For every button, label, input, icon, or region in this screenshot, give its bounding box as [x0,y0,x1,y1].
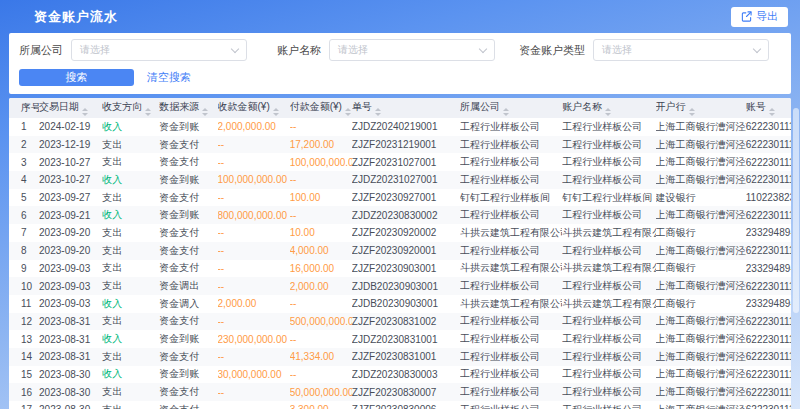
top-bar: 资金账户流水 导出 [0,0,800,33]
table-cell: 2023-08-31 [39,313,102,331]
column-header[interactable]: 单号 [352,98,460,118]
table-cell: 622230111 [746,330,791,348]
table-cell: 3 [9,153,39,171]
table-row: 32023-10-27支出资金支付--100,000,000.00ZJZF202… [9,153,791,171]
table-row: 122023-08-31支出资金支付--500,000,000.00ZJZF20… [9,313,791,331]
search-button[interactable]: 搜索 [19,69,134,86]
clear-search-link[interactable]: 清空搜索 [147,70,191,85]
table-cell: 斗拱云建筑工程有限公司 [460,224,562,242]
table-cell: 2023-09-03 [39,295,102,313]
table-cell: 工程行业样板公司 [460,118,562,136]
table-cell: 622230111 [746,277,791,295]
column-header-label: 收支方向 [102,101,142,112]
table-cell: 收入 [102,206,159,224]
column-header[interactable]: 开户行 [656,98,746,118]
sort-icon[interactable] [345,108,351,116]
table-cell: 工程行业样板公司 [460,136,562,154]
table-cell: 工程行业样板公司 [460,313,562,331]
sort-icon[interactable] [605,108,611,116]
table-cell: 622230111 [746,171,791,189]
table-cell: 50,000,000.00 [290,383,352,401]
table-scrollbar[interactable] [793,108,799,313]
table-cell: 建设银行 [656,189,746,207]
table-cell: 工程行业样板公司 [562,118,655,136]
table-cell: 上海工商银行漕河泾支行 [656,136,746,154]
table-cell: 支出 [102,348,159,366]
table-cell: 14 [9,348,39,366]
table-cell: 622230111 [746,136,791,154]
table-row: 152023-08-30收入资金到账30,000,000.00--ZJDZ202… [9,366,791,384]
table-cell: -- [218,153,290,171]
filter-select-2[interactable]: 请选择 [593,39,769,61]
table-cell: 800,000,000.00 [218,206,290,224]
flow-table: 序号交易日期收支方向数据来源收款金额(¥)付款金额(¥)单号所属公司账户名称开户… [9,98,791,409]
filter-fields: 所属公司请选择账户名称请选择资金账户类型请选择 [19,39,799,61]
filter-group-1: 账户名称请选择 [277,39,495,61]
table-cell: 622230111 [746,242,791,260]
sort-icon[interactable] [689,108,695,116]
column-header[interactable]: 收支方向 [102,98,159,118]
column-header-label: 账户名称 [562,101,602,112]
table-cell: ZJDZ20230831001 [352,330,460,348]
table-cell: ZJZF20231219001 [352,136,460,154]
table-cell: 资金支付 [159,401,217,409]
table-cell: 2023-09-20 [39,224,102,242]
table-cell: 工程行业样板公司 [460,348,562,366]
table-cell: 2023-10-27 [39,153,102,171]
table-row: 52023-09-27支出资金支付--100.00ZJZF20230927001… [9,189,791,207]
filter-select-0[interactable]: 请选择 [71,39,247,61]
table-cell: ZJDB20230903001 [352,295,460,313]
sort-icon[interactable] [82,108,88,116]
table-cell: 工程行业样板公司 [460,153,562,171]
table-cell: 41,334.00 [290,348,352,366]
column-header[interactable]: 数据来源 [159,98,217,118]
table-cell: -- [290,118,352,136]
table-cell: 支出 [102,313,159,331]
sort-icon[interactable] [375,108,381,116]
table-cell: 斗拱云建筑工程有限公司 [460,295,562,313]
table-cell: ZJZF20230920001 [352,242,460,260]
table-cell: 2023-08-30 [39,366,102,384]
column-header[interactable]: 所属公司 [460,98,562,118]
table-cell: 支出 [102,401,159,409]
sort-icon[interactable] [145,108,151,116]
column-header[interactable]: 账户名称 [562,98,655,118]
column-header-label: 交易日期 [39,101,79,112]
column-header[interactable]: 交易日期 [39,98,102,118]
table-cell: 5 [9,189,39,207]
table-row: 112023-09-03收入资金调入2,000.00--ZJDB20230903… [9,295,791,313]
export-label: 导出 [756,9,778,24]
table-cell: ZJDB20230903001 [352,277,460,295]
table-cell: 支出 [102,277,159,295]
sort-icon[interactable] [503,108,509,116]
table-cell: 2023-12-19 [39,136,102,154]
table-row: 42023-10-27收入资金到账100,000,000.00--ZJDZ202… [9,171,791,189]
table-cell: 工程行业样板公司 [562,401,655,409]
table-cell: ZJDZ20230830003 [352,366,460,384]
export-button[interactable]: 导出 [731,7,788,27]
table-cell: 上海工商银行漕河泾支行 [656,401,746,409]
column-header[interactable]: 付款金额(¥) [290,98,352,118]
table-cell: 工商银行 [656,224,746,242]
table-cell: 上海工商银行漕河泾支行 [656,313,746,331]
filter-select-1[interactable]: 请选择 [329,39,495,61]
table-cell: -- [218,313,290,331]
table-cell: 7 [9,224,39,242]
table-cell: 15 [9,366,39,384]
table-cell: 2023-08-31 [39,330,102,348]
table-cell: ZJZF20230830006 [352,401,460,409]
page-title: 资金账户流水 [34,8,118,26]
table-cell: 资金支付 [159,383,217,401]
sort-icon[interactable] [273,108,279,116]
table-cell: 工程行业样板公司 [562,366,655,384]
table-cell: 2023-09-03 [39,277,102,295]
table-cell: -- [218,136,290,154]
table-cell: 2023-08-30 [39,383,102,401]
column-header[interactable]: 收款金额(¥) [218,98,290,118]
sort-icon[interactable] [769,108,775,116]
table-cell: 10.00 [290,224,352,242]
table-cell: 资金支付 [159,153,217,171]
table-header-row: 序号交易日期收支方向数据来源收款金额(¥)付款金额(¥)单号所属公司账户名称开户… [9,98,791,118]
column-header[interactable]: 账号 [746,98,791,118]
sort-icon[interactable] [202,108,208,116]
